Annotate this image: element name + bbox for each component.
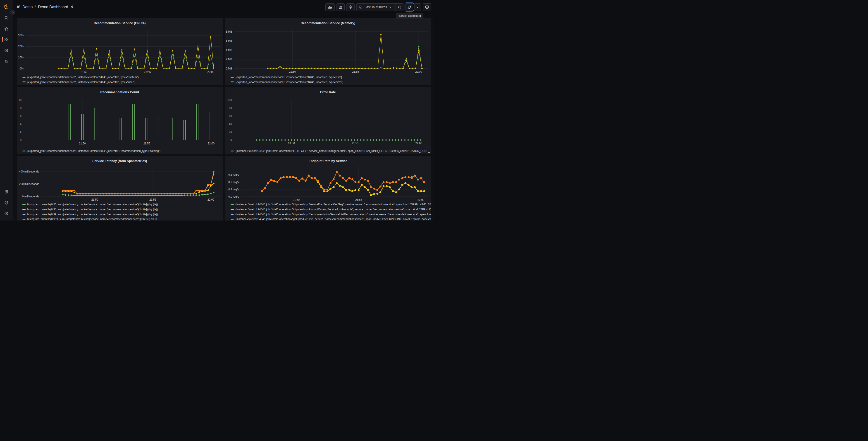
svg-text:22:00: 22:00 (207, 70, 214, 74)
svg-text:10%: 10% (18, 56, 23, 59)
svg-text:22:00: 22:00 (417, 198, 424, 201)
svg-text:6 MB: 6 MB (226, 39, 232, 42)
svg-text:40: 40 (229, 122, 232, 125)
svg-text:100: 100 (227, 98, 232, 101)
svg-text:21:55: 21:55 (143, 142, 150, 145)
svg-text:6: 6 (20, 114, 22, 117)
svg-text:8 MB: 8 MB (226, 30, 232, 33)
svg-text:21:50: 21:50 (289, 70, 296, 74)
svg-text:0: 0 (230, 138, 232, 142)
svg-text:21:50: 21:50 (79, 142, 86, 145)
svg-text:21:50: 21:50 (91, 198, 98, 201)
svg-text:0.2 req/s: 0.2 req/s (228, 180, 239, 184)
svg-text:4 MB: 4 MB (226, 49, 232, 52)
svg-text:21:55: 21:55 (144, 70, 151, 74)
svg-text:21:55: 21:55 (352, 70, 359, 74)
svg-text:20: 20 (229, 130, 232, 134)
svg-text:0.3 req/s: 0.3 req/s (228, 173, 239, 176)
svg-text:21:50: 21:50 (81, 70, 87, 74)
svg-text:22:00: 22:00 (415, 142, 422, 145)
svg-text:400 milliseconds: 400 milliseconds (19, 170, 39, 173)
svg-text:2: 2 (20, 130, 22, 134)
svg-text:0.1 req/s: 0.1 req/s (228, 188, 239, 191)
svg-text:21:55: 21:55 (149, 198, 156, 201)
svg-text:30%: 30% (18, 34, 23, 37)
svg-text:200 milliseconds: 200 milliseconds (19, 182, 39, 186)
svg-text:22:00: 22:00 (208, 142, 214, 145)
svg-text:21:50: 21:50 (293, 198, 300, 201)
svg-text:8: 8 (20, 107, 22, 110)
svg-text:0.0 req/s: 0.0 req/s (228, 195, 239, 198)
svg-text:0 milliseconds: 0 milliseconds (22, 195, 39, 198)
svg-text:0%: 0% (20, 67, 24, 70)
svg-text:80: 80 (229, 107, 232, 110)
svg-text:22:00: 22:00 (207, 198, 214, 201)
svg-text:21:55: 21:55 (352, 142, 359, 145)
svg-text:20%: 20% (18, 45, 23, 48)
svg-text:22:00: 22:00 (415, 70, 422, 74)
svg-text:2 MB: 2 MB (226, 58, 232, 61)
svg-text:60: 60 (229, 114, 232, 117)
svg-text:10: 10 (18, 98, 22, 101)
svg-text:21:50: 21:50 (288, 142, 295, 145)
svg-text:4: 4 (20, 122, 22, 126)
svg-text:0 MB: 0 MB (226, 67, 232, 70)
svg-text:21:55: 21:55 (355, 198, 362, 201)
svg-text:0: 0 (20, 139, 22, 142)
